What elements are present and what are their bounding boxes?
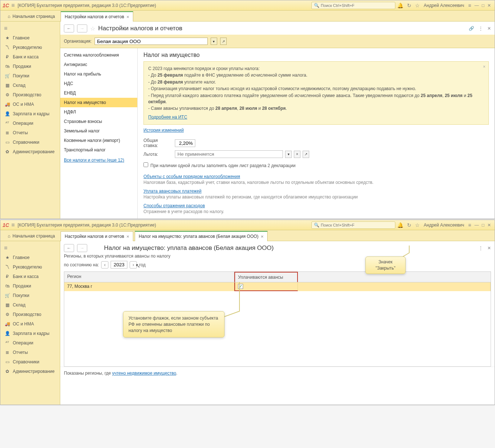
org-dropdown-button[interactable]: ▾	[211, 38, 217, 45]
expense-link[interactable]: Способы отражения расходов	[143, 203, 205, 208]
lgota-open-button[interactable]: ↗	[303, 151, 309, 158]
table-row[interactable]: 77, Москва г ✓	[64, 282, 491, 291]
lgota-input[interactable]	[175, 150, 283, 158]
favorite-star-icon[interactable]: ☆	[90, 25, 95, 32]
tax-nav-item[interactable]: НДФЛ	[60, 107, 137, 117]
tax-nav-item[interactable]: Земельный налог	[60, 126, 137, 136]
tab-tax-settings[interactable]: Настройки налогов и отчетов✕	[61, 231, 133, 241]
history-icon[interactable]: ↻	[407, 222, 411, 228]
tax-nav-item[interactable]: НДС	[60, 79, 137, 88]
star-icon[interactable]: ☆	[415, 222, 420, 228]
minimize-button[interactable]: —	[475, 3, 479, 8]
sidebar-item[interactable]: ≣Отчеты	[0, 348, 60, 357]
year-prev-button[interactable]: ‹	[101, 261, 108, 269]
settings-icon[interactable]: ≡	[468, 3, 471, 8]
tax-nav-item[interactable]: Налог на имущество	[60, 98, 137, 107]
sidebar-item[interactable]: 🛍Продажи	[0, 281, 60, 291]
tab-home[interactable]: ⌂Начальная страница	[3, 231, 59, 241]
sidebar-item[interactable]: 🛒Покупки	[0, 71, 60, 81]
tab-tax-settings[interactable]: Настройки налогов и отчетов✕	[61, 11, 133, 22]
more-icon[interactable]: ⋮	[479, 26, 483, 31]
link-icon[interactable]: 🔗	[469, 26, 474, 31]
sidebar-item[interactable]: ✿Администрирование	[0, 147, 60, 157]
menu-icon[interactable]: ≡	[11, 2, 15, 9]
back-button[interactable]: ←	[64, 24, 74, 32]
sidebar-item[interactable]: ᴬᵀОперации	[0, 119, 60, 128]
sidebar-item[interactable]: ▭Справочники	[0, 357, 60, 367]
col-pay[interactable]: Уплачиваются авансы	[234, 272, 298, 282]
star-icon[interactable]: ☆	[415, 3, 420, 8]
search-box[interactable]: 🔍	[311, 2, 395, 9]
single-sheet-checkbox[interactable]	[143, 162, 148, 167]
tab-advance-payments[interactable]: Налог на имущество: уплата авансов (Бела…	[135, 231, 268, 241]
close-icon[interactable]: ✕	[126, 15, 129, 19]
sidebar-item[interactable]: ★Главное	[0, 33, 60, 43]
close-icon[interactable]: ✕	[126, 235, 129, 239]
sidebar-item[interactable]: ▦Склад	[0, 81, 60, 90]
sidebar-item[interactable]: ⚙Производство	[0, 310, 60, 319]
search-input[interactable]	[321, 3, 393, 8]
close-page-icon[interactable]: ✕	[487, 26, 491, 31]
col-region[interactable]: Регион	[64, 272, 234, 282]
lgota-dropdown-button[interactable]: ▾	[285, 151, 292, 158]
its-link[interactable]: Подробнее на ИТС	[148, 115, 187, 120]
bell-icon[interactable]: 🔔	[397, 222, 403, 228]
footer-link[interactable]: учтено недвижимое имущество	[112, 371, 176, 376]
tax-nav-item[interactable]: Антикризис	[60, 60, 137, 69]
sidebar-item[interactable]: ▭Справочники	[0, 138, 60, 147]
sidebar-item[interactable]: 〽Руководителю	[0, 43, 60, 52]
maximize-button[interactable]: □	[482, 223, 484, 228]
search-box[interactable]: 🔍	[311, 221, 395, 229]
back-button[interactable]: ←	[64, 244, 74, 252]
sidebar-item[interactable]: ₽Банк и касса	[0, 52, 60, 62]
sidebar-item[interactable]: 🛒Покупки	[0, 291, 60, 300]
bell-icon[interactable]: 🔔	[397, 3, 403, 8]
sidebar-item[interactable]: ▦Склад	[0, 300, 60, 310]
history-link[interactable]: История изменений	[143, 128, 184, 133]
rate-input[interactable]	[175, 139, 195, 147]
sidebar-item[interactable]: 👤Зарплата и кадры	[0, 109, 60, 119]
menu-icon[interactable]: ≡	[11, 222, 15, 228]
sidebar-toggle-icon[interactable]: ≡	[0, 243, 60, 253]
year-input[interactable]	[111, 261, 127, 269]
tax-nav-item[interactable]: Система налогообложения	[60, 50, 137, 60]
sidebar-item[interactable]: 🛍Продажи	[0, 62, 60, 71]
sidebar-item[interactable]: ᴬᵀОперации	[0, 338, 60, 348]
pay-checkbox[interactable]: ✓	[238, 284, 243, 289]
sidebar-item[interactable]: 〽Руководителю	[0, 262, 60, 272]
minimize-button[interactable]: —	[475, 223, 479, 228]
lgota-clear-button[interactable]: ×	[294, 151, 300, 158]
advance-link[interactable]: Уплата авансовых платежей	[143, 189, 202, 194]
history-icon[interactable]: ↻	[407, 3, 411, 8]
tax-nav-item[interactable]: Налог на прибыль	[60, 69, 137, 79]
tax-nav-item[interactable]: Страховые взносы	[60, 117, 137, 126]
sidebar-item[interactable]: ₽Банк и касса	[0, 272, 60, 281]
sidebar-item[interactable]: 🚚ОС и НМА	[0, 100, 60, 109]
close-info-icon[interactable]: ×	[483, 64, 486, 70]
tab-home[interactable]: ⌂Начальная страница	[3, 12, 59, 21]
sidebar-toggle-icon[interactable]: ≡	[0, 24, 60, 33]
tax-nav-item[interactable]: ЕНВД	[60, 88, 137, 98]
close-icon[interactable]: ✕	[261, 235, 264, 239]
maximize-button[interactable]: □	[482, 3, 484, 8]
settings-icon[interactable]: ≡	[468, 222, 471, 228]
org-input[interactable]	[95, 38, 208, 45]
sidebar-item[interactable]: 🚚ОС и НМА	[0, 319, 60, 329]
sidebar-item[interactable]: ★Главное	[0, 253, 60, 262]
all-taxes-link[interactable]: Все налоги и отчеты (еще 12)	[60, 155, 137, 166]
close-button[interactable]: ✕	[487, 3, 491, 8]
user-name[interactable]: Андрей Алексеевич	[424, 223, 464, 228]
sidebar-item[interactable]: 👤Зарплата и кадры	[0, 329, 60, 338]
forward-button[interactable]: →	[77, 244, 87, 252]
more-icon[interactable]: ⋮	[479, 246, 483, 251]
sidebar-item[interactable]: ≣Отчеты	[0, 128, 60, 138]
search-input[interactable]	[321, 223, 393, 227]
org-open-button[interactable]: ↗	[220, 38, 227, 45]
sidebar-item[interactable]: ⚙Производство	[0, 90, 60, 100]
user-name[interactable]: Андрей Алексеевич	[424, 3, 464, 8]
objects-link[interactable]: Объекты с особым порядком налогообложени…	[143, 174, 240, 179]
tax-nav-item[interactable]: Транспортный налог	[60, 145, 137, 155]
tax-nav-item[interactable]: Косвенные налоги (импорт)	[60, 136, 137, 145]
close-button[interactable]: ✕	[487, 223, 491, 228]
close-page-icon[interactable]: ✕	[487, 246, 491, 251]
